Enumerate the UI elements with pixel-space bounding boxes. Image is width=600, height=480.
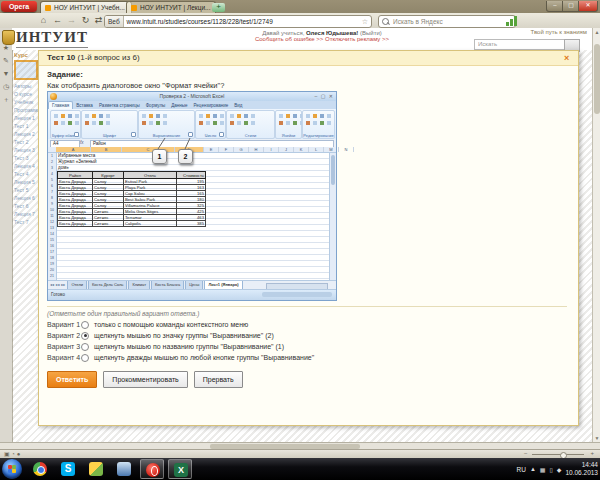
abort-button[interactable]: Прервать <box>194 371 243 388</box>
skype-icon: S <box>61 462 75 476</box>
taskbar-photos[interactable] <box>84 459 108 479</box>
callout-1: 1 <box>152 149 167 164</box>
add-panel-icon[interactable]: ＋ <box>0 93 12 106</box>
home-icon[interactable]: ⌂ <box>38 15 49 26</box>
ribbon-group-styles: Стили <box>226 110 275 139</box>
option-radio[interactable] <box>81 332 89 340</box>
search-input[interactable]: Искать в Яндекс <box>378 15 516 28</box>
taskbar-skype[interactable]: S <box>56 459 80 479</box>
column-header[interactable]: M <box>324 147 339 152</box>
sheet-nav-icons[interactable]: ◂◂ ◂ ▸ ▸▸ <box>48 281 67 289</box>
taskbar-opera[interactable] <box>140 459 164 479</box>
notes-panel-icon[interactable]: ✎ <box>0 54 12 67</box>
column-header[interactable]: E <box>204 147 219 152</box>
zoom-slider[interactable]: −+ <box>524 452 594 456</box>
page: ▢ ★ ✎ ▼ ◷ ＋ ИНТУИТ Давай учиться, Олеся … <box>0 28 600 442</box>
answer-button[interactable]: Ответить <box>47 371 97 388</box>
column-header[interactable]: I <box>264 147 279 152</box>
browser-chrome: Opera НОУ ИНТУИТ | Учебн...× НОУ ИНТУИТ … <box>0 0 600 28</box>
taskbar-excel[interactable]: X <box>168 459 192 479</box>
option-radio[interactable] <box>81 343 89 351</box>
tray-expand-icon[interactable]: ▲ <box>530 466 536 472</box>
opera-turbo-icon[interactable] <box>506 16 518 26</box>
site-search-input[interactable]: Искать <box>474 39 565 50</box>
column-header[interactable]: H <box>249 147 264 152</box>
excel-zoom-slider[interactable] <box>262 292 332 297</box>
answer-options: Вариант 1 только с помощью команды конте… <box>47 319 567 363</box>
history-panel-icon[interactable]: ◷ <box>0 80 12 93</box>
cell-a1: Избранные места <box>58 153 95 158</box>
bookmark-star-icon[interactable]: ☆ <box>362 16 368 27</box>
option-text: щелкнуть мышью по названию группы "Вырав… <box>94 343 284 350</box>
test-title: Тест 10 (1-й вопрос из 6) <box>47 53 140 62</box>
option-radio[interactable] <box>81 321 89 329</box>
cell-a2: Журнал «Зеленый <box>58 159 97 164</box>
ribbon-group-cells: Ячейки <box>275 110 302 139</box>
column-header[interactable]: G <box>234 147 249 152</box>
reload-icon[interactable]: ↻ <box>80 15 91 26</box>
column-header[interactable]: N <box>339 147 354 152</box>
dialog-buttons: Ответить Прокомментировать Прервать <box>47 371 243 388</box>
site-identity-badge[interactable]: Веб <box>105 16 124 27</box>
volume-icon[interactable]: ◆ <box>557 466 562 473</box>
excel-row-numbers: 123456789101112131415161718192021 <box>48 153 57 280</box>
table-row: Коста ДорадаСитжесCalipolis385 <box>58 221 206 227</box>
dialog-launcher-icon <box>188 132 193 137</box>
taskbar-app[interactable] <box>112 459 136 479</box>
photos-icon <box>89 462 103 476</box>
sync-icon[interactable]: ◔ <box>11 451 15 457</box>
ribbon-tab[interactable]: Главная <box>48 101 73 109</box>
window-close-button[interactable]: ✕ <box>578 1 598 12</box>
comment-button[interactable]: Прокомментировать <box>103 371 187 388</box>
excel-data-table: Район Курорт Отель Стоимость Коста Дорад… <box>57 171 206 227</box>
app-icon <box>117 462 131 476</box>
answer-option: Вариант 3 щелкнуть мышью по названию гру… <box>47 341 567 352</box>
column-header[interactable]: L <box>309 147 324 152</box>
option-text: только с помощью команды контекстного ме… <box>94 321 248 328</box>
ribbon-group-font: Шрифт <box>81 110 138 139</box>
tab-sync-icon[interactable]: ⇄ <box>93 15 104 26</box>
excel-vertical-scrollbar[interactable] <box>329 153 336 280</box>
column-header[interactable]: C <box>122 147 175 152</box>
callout-2: 2 <box>178 149 193 164</box>
panels-toggle-icon[interactable]: ▣ <box>0 451 10 457</box>
url-text: www.intuit.ru/studies/courses/1128/228/t… <box>124 18 273 25</box>
forward-icon[interactable]: → <box>66 15 77 26</box>
opera-menu-button[interactable]: Opera <box>1 1 37 12</box>
back-icon[interactable]: ← <box>52 15 63 26</box>
column-header[interactable]: F <box>219 147 234 152</box>
taskbar-clock[interactable]: 14:4410.06.2013 <box>565 461 598 477</box>
column-header[interactable]: A <box>56 147 91 152</box>
page-vertical-scrollbar[interactable]: ▲▼ <box>592 28 600 442</box>
option-label: Вариант 3 <box>47 343 81 350</box>
dialog-launcher-icon <box>219 132 224 137</box>
intuit-logo[interactable]: ИНТУИТ <box>16 29 88 48</box>
intuit-favicon <box>131 5 137 11</box>
dialog-close-icon[interactable]: × <box>564 53 569 63</box>
unite-icon[interactable]: ● <box>17 451 21 457</box>
display-icon[interactable]: ▯ <box>550 466 553 473</box>
question-text: Как отобразить диалоговое окно "Формат я… <box>47 81 224 90</box>
option-text: щелкнуть дважды мышью по любой кнопке гр… <box>94 354 314 361</box>
start-button[interactable] <box>2 459 22 479</box>
address-bar[interactable]: Вебwww.intuit.ru/studies/courses/1128/22… <box>104 15 372 28</box>
taskbar-chrome[interactable] <box>28 459 52 479</box>
language-indicator[interactable]: RU <box>517 466 526 473</box>
task-label: Задание: <box>47 70 83 79</box>
excel-status-bar: Готово <box>48 289 336 300</box>
column-header[interactable]: K <box>294 147 309 152</box>
chrome-icon <box>33 462 47 476</box>
option-label: Вариант 1 <box>47 321 81 328</box>
column-header[interactable]: B <box>91 147 122 152</box>
option-label: Вариант 4 <box>47 354 81 361</box>
test-dialog: Тест 10 (1-й вопрос из 6) × Задание: Как… <box>38 50 579 426</box>
excel-ribbon: Буфер обмена Шрифт Выравнивание Число Ст… <box>48 109 336 140</box>
downloads-panel-icon[interactable]: ▼ <box>0 67 12 80</box>
column-header[interactable]: J <box>279 147 294 152</box>
new-tab-button[interactable]: + <box>212 3 225 12</box>
option-radio[interactable] <box>81 354 89 362</box>
report-error-link[interactable]: Сообщить об ошибке >> <box>255 36 323 42</box>
network-icon[interactable]: ▦ <box>540 466 546 473</box>
disable-ads-link[interactable]: Отключить рекламу >> <box>325 36 389 42</box>
answer-option: Вариант 1 только с помощью команды конте… <box>47 319 567 330</box>
